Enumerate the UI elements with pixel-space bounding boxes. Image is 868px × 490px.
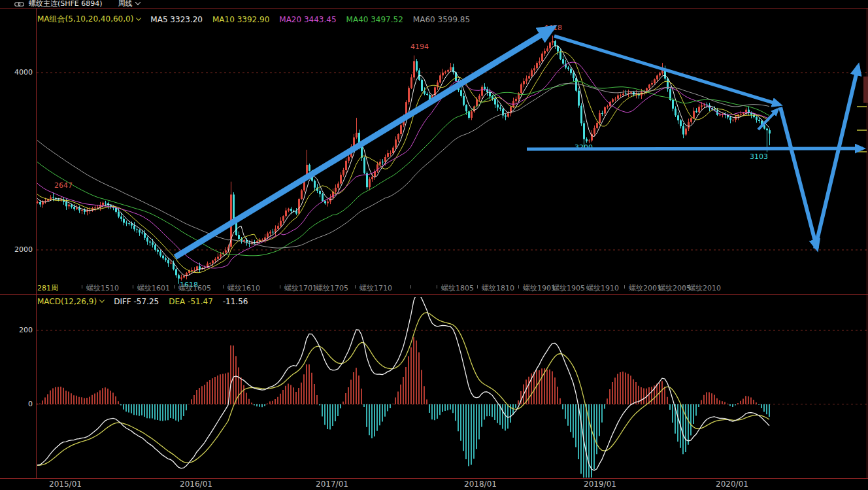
candle-body [303, 178, 305, 190]
candle-body [102, 203, 104, 205]
y-axis-tick-label: 200 [0, 326, 33, 334]
candle-body [220, 254, 222, 257]
candle-body [141, 233, 143, 234]
candle-body [65, 202, 67, 207]
candle-body [526, 79, 527, 81]
candle-body [165, 258, 167, 260]
candle-body [460, 90, 462, 96]
price-label: 3103 [750, 152, 768, 161]
candle-body [282, 216, 284, 220]
candle-body [528, 76, 530, 79]
candle-body [369, 179, 371, 187]
price-label: 4194 [410, 43, 429, 51]
candle-body [740, 114, 742, 114]
candle-body [586, 139, 588, 141]
candle-body [593, 128, 595, 134]
candle-body [654, 79, 656, 83]
ma-value: MA60 3599.85 [413, 15, 470, 24]
candle-body [416, 61, 418, 70]
candle-body [356, 133, 358, 137]
candle-body [233, 194, 235, 221]
candle-body [471, 111, 473, 118]
candle-body [520, 84, 522, 94]
candle-body [719, 114, 721, 115]
candle-body [648, 84, 650, 88]
candle-body [750, 113, 752, 114]
candle-body [450, 67, 452, 71]
period-selector[interactable]: 周线 [118, 0, 140, 8]
candle-body [758, 120, 760, 121]
ma-settings-button[interactable]: MA组合(5,10,20,40,60,0) [37, 14, 141, 25]
candle-body [408, 88, 410, 103]
candle-body [410, 77, 412, 88]
macd-value: -11.56 [223, 297, 248, 306]
axis-tick [311, 285, 312, 289]
candle-body [625, 94, 627, 94]
candle-body [342, 170, 344, 175]
candle-body [395, 139, 397, 147]
candle-body [680, 120, 682, 126]
candle-body [567, 67, 569, 69]
candle-body [599, 113, 601, 123]
candle-body [661, 69, 663, 73]
contract-label: 螺纹1701 [284, 283, 317, 293]
candle-body [301, 190, 303, 199]
axis-tick [355, 285, 356, 289]
candle-body [458, 81, 459, 90]
candle-body [335, 188, 337, 192]
candle-body [677, 115, 679, 120]
candle-body [732, 120, 734, 120]
contract-label: 螺纹1710 [359, 283, 392, 293]
candle-body [350, 147, 352, 157]
candle-body [695, 111, 697, 113]
price-chart[interactable] [0, 0, 868, 490]
candle-body [152, 243, 154, 245]
ma-value: MA40 3497.52 [346, 15, 403, 24]
candle-body [159, 252, 161, 256]
macd-indicator-bar: MACD(12,26,9) DIFF -57.25 DEA -51.47 -11… [37, 297, 248, 306]
date-label: 2017/01 [316, 480, 348, 489]
candle-body [118, 212, 120, 217]
candle-body [664, 69, 666, 79]
date-label: 2019/01 [584, 480, 616, 489]
y-axis-tick-label: 4000 [0, 68, 33, 77]
candle-body [403, 116, 405, 125]
candle-body [499, 107, 501, 109]
candle-body [421, 80, 423, 91]
candle-body [675, 109, 676, 115]
ma-values: MA5 3323.20MA10 3392.90MA20 3443.45MA40 … [141, 15, 470, 24]
candle-body [429, 95, 431, 101]
candle-body [162, 256, 164, 258]
candle-body [97, 207, 99, 208]
candle-body [729, 117, 731, 120]
candle-body [630, 92, 632, 93]
axis-tick [518, 285, 519, 289]
candle-body [397, 134, 399, 139]
candle-body [651, 83, 653, 84]
candle-body [267, 234, 269, 237]
candle-body [672, 100, 674, 109]
candle-body [607, 106, 609, 107]
date-axis: 2015/012016/012017/012018/012019/012020/… [0, 480, 868, 490]
candle-body [431, 96, 433, 101]
candle-body [37, 202, 39, 203]
candle-body [157, 250, 159, 252]
candle-body [379, 162, 381, 164]
candle-body [601, 113, 603, 114]
candle-body [465, 105, 467, 111]
candle-body [690, 118, 692, 122]
candle-body [327, 201, 329, 203]
date-label: 2020/01 [716, 480, 748, 489]
candle-body [523, 81, 525, 84]
macd-settings-button[interactable]: MACD(12,26,9) [37, 297, 104, 306]
week-count-label: 281周 [37, 283, 58, 293]
axis-tick [223, 285, 224, 289]
candle-body [596, 123, 598, 128]
candle-body [489, 92, 491, 96]
ma-indicator-bar: MA组合(5,10,20,40,60,0) MA5 3323.20MA10 33… [37, 14, 470, 25]
candle-body [539, 61, 541, 63]
candle-body [505, 116, 507, 117]
candle-body [756, 117, 758, 120]
candle-body [387, 153, 389, 157]
candle-body [766, 129, 768, 131]
